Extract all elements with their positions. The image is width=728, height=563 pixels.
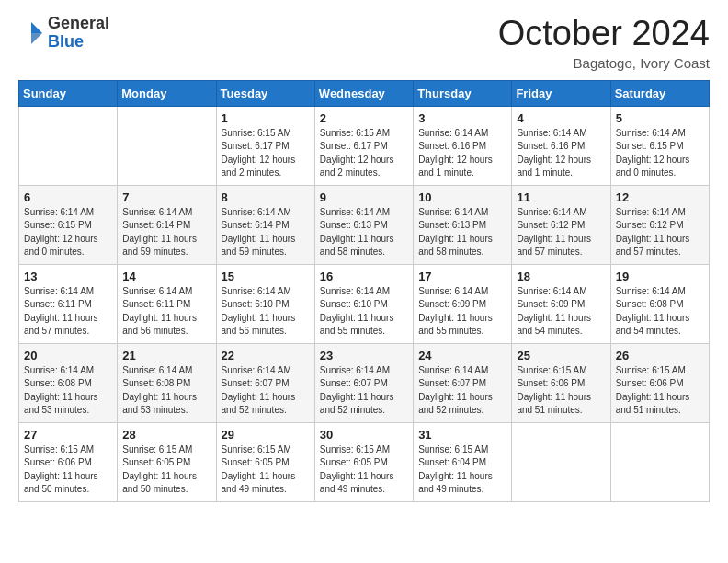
calendar-table: SundayMondayTuesdayWednesdayThursdayFrid… bbox=[18, 80, 710, 502]
calendar-cell: 16Sunrise: 6:14 AMSunset: 6:10 PMDayligh… bbox=[314, 264, 413, 343]
day-detail: Sunrise: 6:15 AMSunset: 6:05 PMDaylight:… bbox=[320, 443, 408, 497]
calendar-cell: 9Sunrise: 6:14 AMSunset: 6:13 PMDaylight… bbox=[314, 185, 413, 264]
day-detail: Sunrise: 6:15 AMSunset: 6:17 PMDaylight:… bbox=[320, 127, 408, 180]
day-detail: Sunrise: 6:15 AMSunset: 6:06 PMDaylight:… bbox=[517, 364, 605, 418]
day-detail: Sunrise: 6:14 AMSunset: 6:09 PMDaylight:… bbox=[418, 285, 506, 339]
calendar-cell: 7Sunrise: 6:14 AMSunset: 6:14 PMDaylight… bbox=[118, 185, 216, 264]
header: General Blue October 2024 Bagatogo, Ivor… bbox=[18, 15, 710, 71]
calendar-cell: 20Sunrise: 6:14 AMSunset: 6:08 PMDayligh… bbox=[19, 343, 118, 422]
calendar-week-row: 1Sunrise: 6:15 AMSunset: 6:17 PMDaylight… bbox=[19, 106, 710, 185]
calendar-cell: 24Sunrise: 6:14 AMSunset: 6:07 PMDayligh… bbox=[414, 343, 512, 422]
day-number: 29 bbox=[222, 428, 310, 442]
day-detail: Sunrise: 6:14 AMSunset: 6:08 PMDaylight:… bbox=[616, 285, 704, 339]
logo-blue: Blue bbox=[48, 33, 109, 52]
day-detail: Sunrise: 6:15 AMSunset: 6:17 PMDaylight:… bbox=[222, 127, 310, 180]
calendar-cell: 11Sunrise: 6:14 AMSunset: 6:12 PMDayligh… bbox=[512, 185, 610, 264]
day-detail: Sunrise: 6:14 AMSunset: 6:13 PMDaylight:… bbox=[418, 206, 506, 259]
day-number: 10 bbox=[418, 190, 506, 204]
calendar-cell: 29Sunrise: 6:15 AMSunset: 6:05 PMDayligh… bbox=[216, 422, 314, 501]
day-number: 18 bbox=[517, 270, 605, 283]
day-number: 19 bbox=[616, 270, 704, 283]
logo-icon bbox=[18, 20, 44, 46]
day-number: 26 bbox=[616, 349, 704, 362]
calendar-cell: 15Sunrise: 6:14 AMSunset: 6:10 PMDayligh… bbox=[216, 264, 314, 343]
calendar-cell: 23Sunrise: 6:14 AMSunset: 6:07 PMDayligh… bbox=[314, 343, 413, 422]
day-detail: Sunrise: 6:14 AMSunset: 6:08 PMDaylight:… bbox=[122, 364, 210, 418]
day-number: 6 bbox=[24, 190, 112, 204]
weekday-header-sunday: Sunday bbox=[19, 80, 118, 106]
calendar-week-row: 27Sunrise: 6:15 AMSunset: 6:06 PMDayligh… bbox=[19, 422, 710, 501]
day-detail: Sunrise: 6:14 AMSunset: 6:16 PMDaylight:… bbox=[418, 127, 506, 180]
day-detail: Sunrise: 6:15 AMSunset: 6:05 PMDaylight:… bbox=[222, 443, 310, 497]
day-detail: Sunrise: 6:14 AMSunset: 6:16 PMDaylight:… bbox=[517, 127, 605, 180]
calendar-cell bbox=[610, 422, 709, 501]
day-number: 4 bbox=[517, 111, 605, 125]
calendar-cell: 19Sunrise: 6:14 AMSunset: 6:08 PMDayligh… bbox=[610, 264, 709, 343]
calendar-week-row: 20Sunrise: 6:14 AMSunset: 6:08 PMDayligh… bbox=[19, 343, 710, 422]
day-number: 13 bbox=[24, 270, 112, 283]
day-number: 20 bbox=[24, 349, 112, 362]
logo: General Blue bbox=[18, 15, 109, 52]
calendar-cell: 28Sunrise: 6:15 AMSunset: 6:05 PMDayligh… bbox=[118, 422, 216, 501]
weekday-header-wednesday: Wednesday bbox=[314, 80, 413, 106]
calendar-cell: 13Sunrise: 6:14 AMSunset: 6:11 PMDayligh… bbox=[19, 264, 118, 343]
day-detail: Sunrise: 6:14 AMSunset: 6:07 PMDaylight:… bbox=[320, 364, 408, 418]
day-number: 22 bbox=[222, 349, 310, 362]
day-detail: Sunrise: 6:14 AMSunset: 6:14 PMDaylight:… bbox=[122, 206, 210, 259]
calendar-cell: 3Sunrise: 6:14 AMSunset: 6:16 PMDaylight… bbox=[414, 106, 512, 185]
calendar-cell: 31Sunrise: 6:15 AMSunset: 6:04 PMDayligh… bbox=[414, 422, 512, 501]
page: General Blue October 2024 Bagatogo, Ivor… bbox=[0, 0, 728, 563]
calendar-cell bbox=[512, 422, 610, 501]
weekday-header-saturday: Saturday bbox=[610, 80, 709, 106]
day-detail: Sunrise: 6:15 AMSunset: 6:06 PMDaylight:… bbox=[616, 364, 704, 418]
day-number: 8 bbox=[222, 190, 310, 204]
weekday-header-tuesday: Tuesday bbox=[216, 80, 314, 106]
logo-general: General bbox=[48, 15, 109, 33]
weekday-header-friday: Friday bbox=[512, 80, 610, 106]
calendar-week-row: 13Sunrise: 6:14 AMSunset: 6:11 PMDayligh… bbox=[19, 264, 710, 343]
day-detail: Sunrise: 6:14 AMSunset: 6:12 PMDaylight:… bbox=[616, 206, 704, 259]
weekday-header-monday: Monday bbox=[118, 80, 216, 106]
calendar-cell: 8Sunrise: 6:14 AMSunset: 6:14 PMDaylight… bbox=[216, 185, 314, 264]
calendar-cell bbox=[118, 106, 216, 185]
calendar-cell: 21Sunrise: 6:14 AMSunset: 6:08 PMDayligh… bbox=[118, 343, 216, 422]
svg-marker-0 bbox=[31, 22, 42, 33]
day-detail: Sunrise: 6:14 AMSunset: 6:12 PMDaylight:… bbox=[517, 206, 605, 259]
day-number: 14 bbox=[122, 270, 210, 283]
day-number: 2 bbox=[320, 111, 408, 125]
month-title: October 2024 bbox=[498, 15, 710, 53]
day-detail: Sunrise: 6:14 AMSunset: 6:14 PMDaylight:… bbox=[222, 206, 310, 259]
calendar-header-row: SundayMondayTuesdayWednesdayThursdayFrid… bbox=[19, 80, 710, 106]
calendar-cell: 6Sunrise: 6:14 AMSunset: 6:15 PMDaylight… bbox=[19, 185, 118, 264]
day-number: 1 bbox=[222, 111, 310, 125]
calendar-cell: 22Sunrise: 6:14 AMSunset: 6:07 PMDayligh… bbox=[216, 343, 314, 422]
svg-marker-1 bbox=[31, 33, 42, 44]
day-detail: Sunrise: 6:14 AMSunset: 6:09 PMDaylight:… bbox=[517, 285, 605, 339]
calendar-cell bbox=[19, 106, 118, 185]
day-number: 24 bbox=[418, 349, 506, 362]
day-detail: Sunrise: 6:15 AMSunset: 6:04 PMDaylight:… bbox=[418, 443, 506, 497]
day-number: 30 bbox=[320, 428, 408, 442]
calendar-cell: 10Sunrise: 6:14 AMSunset: 6:13 PMDayligh… bbox=[414, 185, 512, 264]
calendar-cell: 5Sunrise: 6:14 AMSunset: 6:15 PMDaylight… bbox=[610, 106, 709, 185]
day-detail: Sunrise: 6:14 AMSunset: 6:08 PMDaylight:… bbox=[24, 364, 112, 418]
location-title: Bagatogo, Ivory Coast bbox=[498, 55, 710, 71]
day-number: 16 bbox=[320, 270, 408, 283]
calendar-cell: 27Sunrise: 6:15 AMSunset: 6:06 PMDayligh… bbox=[19, 422, 118, 501]
day-number: 5 bbox=[616, 111, 704, 125]
day-number: 3 bbox=[418, 111, 506, 125]
calendar-cell: 4Sunrise: 6:14 AMSunset: 6:16 PMDaylight… bbox=[512, 106, 610, 185]
calendar-cell: 30Sunrise: 6:15 AMSunset: 6:05 PMDayligh… bbox=[314, 422, 413, 501]
day-detail: Sunrise: 6:15 AMSunset: 6:06 PMDaylight:… bbox=[24, 443, 112, 497]
day-number: 25 bbox=[517, 349, 605, 362]
day-detail: Sunrise: 6:14 AMSunset: 6:15 PMDaylight:… bbox=[616, 127, 704, 180]
calendar-cell: 17Sunrise: 6:14 AMSunset: 6:09 PMDayligh… bbox=[414, 264, 512, 343]
day-number: 11 bbox=[517, 190, 605, 204]
day-detail: Sunrise: 6:14 AMSunset: 6:07 PMDaylight:… bbox=[418, 364, 506, 418]
day-detail: Sunrise: 6:14 AMSunset: 6:11 PMDaylight:… bbox=[24, 285, 112, 339]
title-block: October 2024 Bagatogo, Ivory Coast bbox=[498, 15, 710, 71]
day-number: 23 bbox=[320, 349, 408, 362]
calendar-cell: 18Sunrise: 6:14 AMSunset: 6:09 PMDayligh… bbox=[512, 264, 610, 343]
day-number: 12 bbox=[616, 190, 704, 204]
day-number: 27 bbox=[24, 428, 112, 442]
